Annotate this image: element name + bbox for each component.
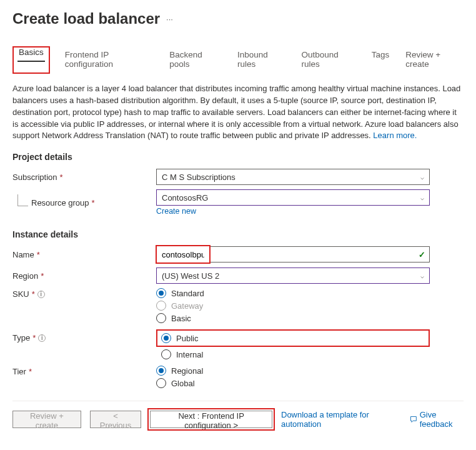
sku-radio-gateway: Gateway [156,301,430,311]
radio-icon [156,366,166,376]
type-radio-internal[interactable]: Internal [161,349,430,359]
radio-icon [156,301,166,311]
tab-tags[interactable]: Tags [370,46,391,74]
more-icon[interactable]: ··· [166,14,173,24]
resource-group-label: Resource group [31,198,89,208]
radio-label: Public [176,334,198,343]
required-indicator: * [60,172,63,182]
highlight-name-value [156,245,211,264]
give-feedback-link[interactable]: Give feedback [410,410,464,429]
radio-icon [161,333,171,343]
sku-radio-standard[interactable]: Standard [156,288,430,298]
required-indicator: * [32,333,36,342]
radio-icon [156,378,166,388]
radio-icon [161,349,171,359]
radio-label: Global [171,379,195,388]
type-label: Type [12,333,30,342]
radio-label: Internal [176,350,203,359]
info-icon[interactable]: i [37,291,45,298]
learn-more-link[interactable]: Learn more. [373,131,417,140]
sku-radio-group: Standard Gateway Basic [156,288,430,323]
name-input[interactable] [157,246,209,262]
tab-inbound-rules[interactable]: Inbound rules [236,46,286,74]
download-template-link[interactable]: Download a template for automation [281,410,392,429]
wizard-tabs: Basics Frontend IP configuration Backend… [12,46,464,74]
resource-group-value: ContososRG [162,193,208,202]
give-feedback-label: Give feedback [420,410,464,429]
required-indicator: * [29,367,32,376]
sku-radio-basic[interactable]: Basic [156,313,430,323]
feedback-icon [410,415,417,424]
tab-review-create[interactable]: Review + create [404,46,464,74]
radio-icon [156,288,166,298]
chevron-down-icon: ⌵ [420,174,424,181]
tab-outbound-rules[interactable]: Outbound rules [300,46,356,74]
radio-icon [156,313,166,323]
resource-group-select[interactable]: ContososRG ⌵ [156,189,430,206]
tier-label: Tier [12,367,26,376]
previous-button[interactable]: < Previous [90,411,142,428]
required-indicator: * [32,289,35,299]
tier-radio-group: Regional Global [156,366,430,388]
tab-backend-pools[interactable]: Backend pools [168,46,222,74]
subscription-value: C M S Subscriptions [162,172,236,182]
info-icon[interactable]: i [38,334,46,342]
tab-frontend-ip[interactable]: Frontend IP configuration [64,46,154,74]
region-label: Region [12,271,38,281]
chevron-down-icon: ⌵ [420,272,424,279]
region-select[interactable]: (US) West US 2 ⌵ [156,268,430,284]
sku-label: SKU [12,289,29,299]
tier-radio-global[interactable]: Global [156,378,430,388]
required-indicator: * [37,250,40,259]
highlight-basics-tab: Basics [12,46,50,74]
radio-label: Basic [171,314,191,323]
section-instance-details: Instance details [12,229,464,239]
chevron-down-icon: ⌵ [420,194,424,201]
validation-check-icon: ✓ [419,250,425,259]
tab-description: Azure load balancer is a layer 4 load ba… [12,83,464,142]
subscription-select[interactable]: C M S Subscriptions ⌵ [156,169,430,185]
create-new-rg-link[interactable]: Create new [156,207,196,216]
region-value: (US) West US 2 [162,271,219,281]
radio-label: Regional [171,366,203,376]
radio-label: Gateway [171,301,203,311]
required-indicator: * [92,198,95,208]
radio-label: Standard [171,289,204,298]
name-label: Name [12,250,34,259]
subscription-label: Subscription [12,172,57,182]
highlight-type-public: Public [156,329,430,347]
tab-basics[interactable]: Basics [17,44,45,62]
type-radio-group: Public Internal [156,329,430,359]
name-input-wrapper: ✓ [156,246,430,262]
required-indicator: * [41,271,44,281]
tier-radio-regional[interactable]: Regional [156,366,430,376]
type-radio-public[interactable]: Public [161,333,198,343]
next-button[interactable]: Next : Frontend IP configuration > [150,411,272,428]
page-title: Create load balancer [12,10,160,28]
review-create-button[interactable]: Review + create [12,411,81,428]
section-project-details: Project details [12,152,464,162]
